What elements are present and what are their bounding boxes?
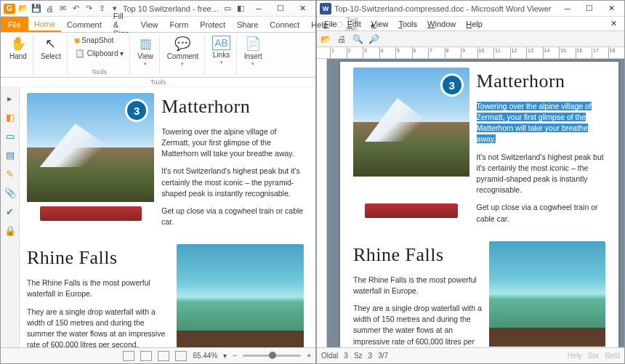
menu-edit[interactable]: Edit	[343, 18, 366, 30]
doc-close-icon[interactable]: ✕	[606, 17, 621, 30]
menu-tools[interactable]: Tools	[394, 18, 422, 30]
layers-icon[interactable]: ▤	[4, 148, 17, 161]
tab-view[interactable]: View	[135, 18, 164, 31]
body-text: It's not Switzerland's highest peak but …	[477, 152, 605, 196]
foxit-logo-icon: G	[4, 4, 15, 14]
print-icon[interactable]: 🖨	[336, 33, 347, 45]
tab-form[interactable]: Form	[164, 18, 194, 31]
matterhorn-image: 3	[353, 68, 469, 231]
menu-view[interactable]: View	[367, 18, 393, 30]
section-number-3: 3	[125, 99, 148, 122]
print-icon[interactable]: 🖨	[44, 4, 55, 14]
foxit-window: G 📂 💾 🖨 ✉ ↶ ↷ ⇪ ▾ Top 10 Switzerland - f…	[0, 0, 316, 364]
attachments-icon[interactable]: 📎	[4, 186, 17, 199]
zoom-slider[interactable]	[243, 355, 301, 357]
body-text: The Rhine Falls is the most powerful wat…	[27, 278, 169, 299]
body-text: Get up close via a cogwheel train or cab…	[161, 206, 304, 227]
maximize-button[interactable]: ☐	[579, 1, 600, 16]
snapshot-button[interactable]: ◙SnapShot	[72, 34, 127, 46]
tab-home[interactable]: Home	[28, 17, 61, 32]
view-button[interactable]: ▥View▾	[134, 34, 156, 68]
tab-share[interactable]: Share	[231, 18, 264, 31]
zoom-icon[interactable]: 🔎	[368, 33, 379, 45]
open-icon[interactable]: 📂	[320, 33, 331, 45]
insert-icon: 📄	[245, 36, 261, 52]
clipboard-button[interactable]: 📋Clipboard ▾	[72, 47, 127, 60]
matterhorn-image: 3	[27, 93, 154, 234]
ribbon-body: ✋Hand ↖Select ◙SnapShot 📋Clipboard ▾ Too…	[1, 33, 315, 78]
save-icon[interactable]: 💾	[31, 4, 41, 14]
close-button[interactable]: ✕	[292, 1, 312, 16]
word-logo-icon: W	[320, 3, 331, 15]
select-tool-button[interactable]: ↖Select	[38, 34, 64, 62]
zoom-in-button[interactable]: +	[307, 352, 311, 360]
comment-icon: 💬	[174, 36, 190, 52]
pages-icon[interactable]: ▭	[4, 129, 17, 142]
menubar: File Edit View Tools Window Help ✕	[317, 17, 624, 31]
view-continuous-icon[interactable]	[140, 351, 152, 361]
insert-button[interactable]: 📄Insert▾	[241, 34, 265, 68]
minimize-button[interactable]: ─	[249, 1, 269, 16]
zoom-value: 65.44%	[193, 352, 217, 360]
cursor-icon: ↖	[45, 36, 56, 52]
bookmarks-icon[interactable]: ◧	[4, 110, 17, 124]
heading-rhine-falls: Rhine Falls	[353, 241, 482, 269]
skin-icon[interactable]: ◧	[235, 4, 246, 14]
links-button[interactable]: ABLinks▾	[209, 34, 233, 67]
menu-window[interactable]: Window	[423, 18, 460, 30]
pdf-page[interactable]: 3 Matterhorn Towering over the alpine vi…	[20, 87, 315, 347]
foxit-statusbar: 65.44% ▾ − +	[1, 347, 315, 363]
window-title: Top-10-Switzerland-compressed.doc - Micr…	[334, 4, 555, 13]
signatures-icon[interactable]: ✔	[4, 205, 17, 218]
hand-tool-button[interactable]: ✋Hand	[7, 34, 30, 62]
nav-sidebar: ▸ ◧ ▭ ▤ ✎ 📎 ✔ 🔒	[1, 87, 20, 347]
minimize-button[interactable]: ─	[557, 1, 578, 16]
menu-file[interactable]: File	[320, 18, 342, 30]
tab-protect[interactable]: Protect	[194, 18, 231, 31]
rhine-falls-image: 4	[489, 241, 605, 347]
section-number: 3	[368, 352, 373, 360]
body-text: Towering over the alpine village of Zerm…	[477, 101, 605, 145]
undo-icon[interactable]: ↶	[70, 4, 81, 14]
horizontal-ruler[interactable]: 123456789101112131415161718	[317, 47, 624, 59]
word-titlebar: W Top-10-Switzerland-compressed.doc - Mi…	[317, 1, 624, 17]
body-text: Get up close via a cogwheel train or cab…	[477, 202, 605, 224]
word-document-area: 3 Matterhorn Towering over the alpine vi…	[317, 59, 624, 347]
tools-group-label: Tools	[92, 68, 107, 76]
page-number: 3	[344, 352, 348, 360]
expand-nav-icon[interactable]: ▸	[4, 92, 17, 105]
heading-matterhorn: Matterhorn	[161, 93, 304, 121]
open-icon[interactable]: 📂	[18, 4, 28, 14]
link-icon: AB	[212, 36, 230, 50]
section-rhine-falls: 4 Rhine Falls The Rhine Falls is the mos…	[353, 241, 605, 347]
foxit-titlebar: G 📂 💾 🖨 ✉ ↶ ↷ ⇪ ▾ Top 10 Switzerland - f…	[1, 1, 315, 17]
security-icon[interactable]: 🔒	[4, 224, 17, 237]
status-betu: Betű	[605, 352, 620, 360]
comment-button[interactable]: 💬Comment▾	[164, 34, 201, 68]
menu-help[interactable]: Help	[461, 18, 487, 30]
maximize-button[interactable]: ☐	[270, 1, 291, 16]
page-label: Oldal	[321, 352, 338, 360]
zoom-dropdown-icon[interactable]: ▾	[223, 352, 227, 360]
tab-connect[interactable]: Connect	[264, 18, 305, 31]
body-text: They are a single drop waterfall with a …	[27, 307, 169, 347]
hand-icon: ✋	[10, 36, 26, 52]
zoom-out-button[interactable]: −	[233, 352, 237, 360]
find-icon[interactable]: 🔍	[352, 33, 363, 45]
view-facing-icon[interactable]	[158, 351, 169, 361]
tab-comment[interactable]: Comment	[61, 18, 108, 31]
comments-icon[interactable]: ✎	[4, 167, 17, 180]
foxit-document-area: ▸ ◧ ▭ ▤ ✎ 📎 ✔ 🔒 3 Matterhorn Towering ov…	[1, 87, 315, 347]
close-button[interactable]: ✕	[601, 1, 621, 16]
view-single-icon[interactable]	[123, 351, 134, 361]
redo-icon[interactable]: ↷	[84, 4, 94, 14]
ribbon-mode-icon[interactable]: ▭	[222, 4, 233, 14]
email-icon[interactable]: ✉	[57, 4, 68, 14]
status-hely: Hely	[568, 352, 582, 360]
share-icon[interactable]: ⇪	[97, 4, 107, 14]
file-tab[interactable]: File	[1, 17, 28, 32]
view-cont-facing-icon[interactable]	[175, 351, 187, 361]
vertical-ruler[interactable]	[317, 59, 327, 347]
word-page[interactable]: 3 Matterhorn Towering over the alpine vi…	[340, 62, 618, 347]
word-statusbar: Oldal 3 Sz 3 3/7 Hely Sor Betű	[317, 347, 624, 363]
